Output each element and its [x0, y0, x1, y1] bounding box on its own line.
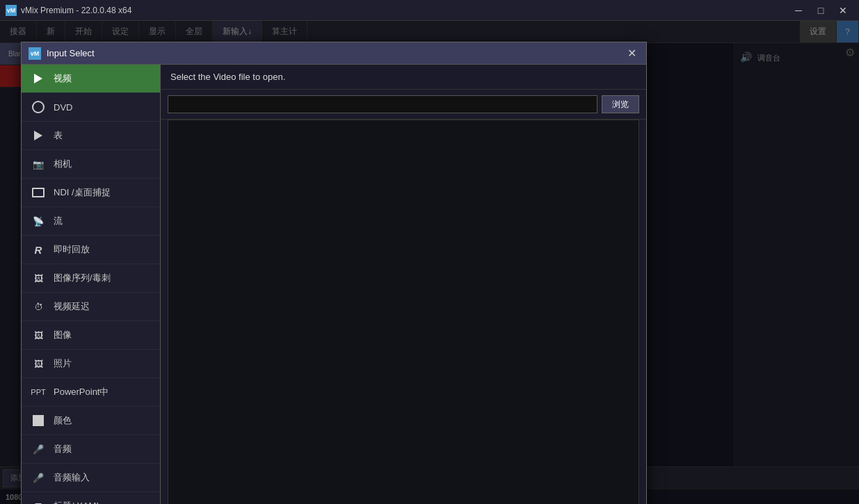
app-close-button[interactable]: ✕ [833, 3, 853, 18]
replay-icon: R [30, 241, 47, 258]
video-icon [30, 70, 47, 87]
sidebar-item-imagelist[interactable]: 🖼 图像序列/毒刺 [22, 264, 160, 293]
window-controls: ─ □ ✕ [788, 3, 853, 18]
dialog-title-bar: vM Input Select ✕ [22, 42, 646, 65]
sidebar-item-powerpoint[interactable]: PPT PowerPoint中 [22, 378, 160, 407]
sidebar-item-delay[interactable]: ⏱ 视频延迟 [22, 293, 160, 321]
dialog-sidebar: 视频 DVD 表 📷 相机 [22, 65, 161, 504]
sidebar-item-table[interactable]: 表 [22, 122, 160, 150]
title-icon: T [30, 498, 47, 504]
sidebar-item-audioinput[interactable]: 🎤 音频输入 [22, 464, 160, 492]
stream-icon: 📡 [30, 213, 47, 229]
dialog-close-button[interactable]: ✕ [625, 47, 639, 60]
audio-icon: 🎤 [30, 441, 47, 457]
powerpoint-icon: PPT [30, 384, 47, 400]
file-browser-area [168, 120, 639, 504]
maximize-button[interactable]: □ [810, 3, 831, 18]
ndi-icon [30, 184, 47, 201]
sidebar-item-photo[interactable]: 🖼 照片 [22, 350, 160, 378]
file-path-input[interactable] [168, 95, 597, 113]
sidebar-item-color[interactable]: 颜色 [22, 407, 160, 435]
sidebar-item-dvd[interactable]: DVD [22, 93, 160, 122]
imagelist-icon: 🖼 [30, 270, 47, 286]
dialog-body: 视频 DVD 表 📷 相机 [22, 65, 646, 504]
sidebar-item-replay[interactable]: R 即时回放 [22, 236, 160, 264]
table-icon [30, 127, 47, 144]
dialog-main-content: Select the Video file to open. 浏览 视频包含Al… [161, 65, 646, 504]
sidebar-item-ndi[interactable]: NDI /桌面捕捉 [22, 179, 160, 207]
app-title: vMix Premium - 22.0.0.48 x64 [21, 6, 788, 15]
photo-icon: 🖼 [30, 355, 47, 372]
sidebar-item-stream[interactable]: 📡 流 [22, 207, 160, 236]
dialog-overlay: vM Input Select ✕ 视频 DVD [0, 21, 859, 504]
browse-button[interactable]: 浏览 [602, 95, 639, 113]
minimize-button[interactable]: ─ [788, 3, 809, 18]
delay-icon: ⏱ [30, 298, 47, 315]
sidebar-item-video[interactable]: 视频 [22, 65, 160, 93]
sidebar-item-image[interactable]: 🖼 图像 [22, 321, 160, 350]
sidebar-item-audio[interactable]: 🎤 音频 [22, 435, 160, 464]
dialog-title-text: Input Select [47, 48, 625, 58]
sidebar-item-title[interactable]: T 标题/ XAML [22, 492, 160, 504]
camera-icon: 📷 [30, 156, 47, 172]
sidebar-item-camera[interactable]: 📷 相机 [22, 150, 160, 179]
input-select-dialog: vM Input Select ✕ 视频 DVD [21, 42, 647, 504]
app-icon: vM [6, 5, 17, 16]
dialog-app-icon: vM [29, 47, 41, 60]
dialog-file-row: 浏览 [161, 90, 646, 120]
color-icon [30, 412, 47, 429]
dialog-description: Select the Video file to open. [161, 65, 646, 90]
title-bar: vM vMix Premium - 22.0.0.48 x64 ─ □ ✕ [0, 0, 859, 21]
audioinput-icon: 🎤 [30, 469, 47, 486]
dvd-icon [30, 99, 47, 115]
image-icon: 🖼 [30, 327, 47, 343]
